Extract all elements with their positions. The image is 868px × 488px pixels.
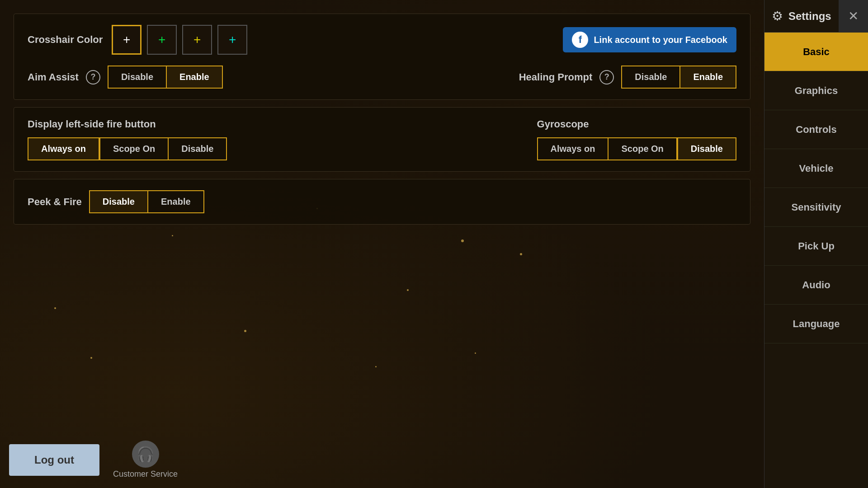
crosshair-green[interactable]: + [147, 25, 177, 55]
gyroscope-scope-on[interactable]: Scope On [608, 137, 677, 160]
aim-assist-disable[interactable]: Disable [108, 66, 166, 89]
card-basic-settings: Crosshair Color + + + + f Link account t… [14, 14, 750, 100]
aim-assist-group: Aim Assist ? Disable Enable [28, 66, 223, 89]
card-fire-gyro: Display left-side fire button Always on … [14, 107, 750, 172]
gyroscope-label: Gyroscope [537, 118, 589, 130]
close-icon: ✕ [848, 9, 859, 23]
gear-icon: ⚙ [772, 9, 783, 23]
healing-prompt-enable[interactable]: Enable [679, 66, 736, 89]
gyroscope-disable[interactable]: Disable [677, 137, 736, 160]
crosshair-cyan[interactable]: + [217, 25, 247, 55]
fire-gyro-row: Display left-side fire button Always on … [28, 118, 736, 160]
sidebar-item-graphics[interactable]: Graphics [764, 71, 868, 110]
aim-assist-label: Aim Assist [28, 71, 79, 83]
left-fire-always-on[interactable]: Always on [28, 137, 99, 160]
crosshair-options: + + + + [112, 25, 247, 55]
aim-healing-row: Aim Assist ? Disable Enable Healing Prom… [28, 66, 736, 89]
sidebar-item-basic[interactable]: Basic [764, 33, 868, 71]
peek-fire-toggle: Disable Enable [89, 190, 204, 213]
healing-prompt-group: Healing Prompt ? Disable Enable [519, 66, 736, 89]
left-fire-label: Display left-side fire button [28, 118, 156, 130]
customer-service-button[interactable]: 🎧 Customer Service [113, 441, 178, 479]
gyroscope-toggle: Always on Scope On Disable [537, 137, 736, 160]
peek-fire-disable[interactable]: Disable [89, 190, 148, 213]
sidebar-item-pickup[interactable]: Pick Up [764, 227, 868, 266]
facebook-link-button[interactable]: f Link account to your Facebook [563, 27, 736, 52]
sidebar-item-language[interactable]: Language [764, 305, 868, 343]
customer-service-label: Customer Service [113, 469, 178, 479]
sidebar-item-controls[interactable]: Controls [764, 110, 868, 149]
gyroscope-group: Gyroscope Always on Scope On Disable [537, 118, 736, 160]
crosshair-white[interactable]: + [112, 25, 142, 55]
left-fire-scope-on[interactable]: Scope On [99, 137, 169, 160]
settings-title-area: ⚙ Settings [764, 9, 839, 23]
left-fire-disable[interactable]: Disable [169, 137, 227, 160]
healing-prompt-label: Healing Prompt [519, 71, 593, 83]
crosshair-yellow[interactable]: + [182, 25, 212, 55]
gyroscope-always-on[interactable]: Always on [537, 137, 608, 160]
aim-assist-info[interactable]: ? [86, 70, 100, 84]
crosshair-row: Crosshair Color + + + + f Link account t… [28, 25, 736, 55]
sidebar-nav: Basic Graphics Controls Vehicle Sensitiv… [764, 33, 868, 488]
sidebar-item-audio[interactable]: Audio [764, 266, 868, 305]
card-peek-fire: Peek & Fire Disable Enable [14, 179, 750, 225]
facebook-icon: f [572, 32, 588, 48]
aim-assist-toggle: Disable Enable [108, 66, 223, 89]
sidebar-item-vehicle[interactable]: Vehicle [764, 149, 868, 188]
healing-prompt-toggle: Disable Enable [621, 66, 736, 89]
sidebar: ⚙ Settings ✕ Basic Graphics Controls Veh… [764, 0, 868, 488]
healing-prompt-disable[interactable]: Disable [621, 66, 679, 89]
sidebar-item-sensitivity[interactable]: Sensitivity [764, 188, 868, 227]
main-content: Crosshair Color + + + + f Link account t… [14, 14, 750, 474]
left-fire-toggle: Always on Scope On Disable [28, 137, 227, 160]
peek-fire-enable[interactable]: Enable [148, 190, 204, 213]
peek-fire-label: Peek & Fire [28, 196, 82, 208]
logout-button[interactable]: Log out [9, 444, 99, 476]
left-fire-group: Display left-side fire button Always on … [28, 118, 227, 160]
aim-assist-enable[interactable]: Enable [166, 66, 223, 89]
sidebar-header: ⚙ Settings ✕ [764, 0, 868, 33]
bottom-bar: Log out 🎧 Customer Service [9, 441, 178, 479]
settings-title: Settings [788, 10, 831, 23]
healing-prompt-info[interactable]: ? [599, 70, 614, 84]
customer-service-icon: 🎧 [132, 441, 159, 468]
facebook-link-label: Link account to your Facebook [594, 35, 727, 45]
crosshair-label: Crosshair Color [28, 34, 103, 46]
close-button[interactable]: ✕ [839, 0, 868, 33]
peek-fire-row: Peek & Fire Disable Enable [28, 190, 736, 213]
